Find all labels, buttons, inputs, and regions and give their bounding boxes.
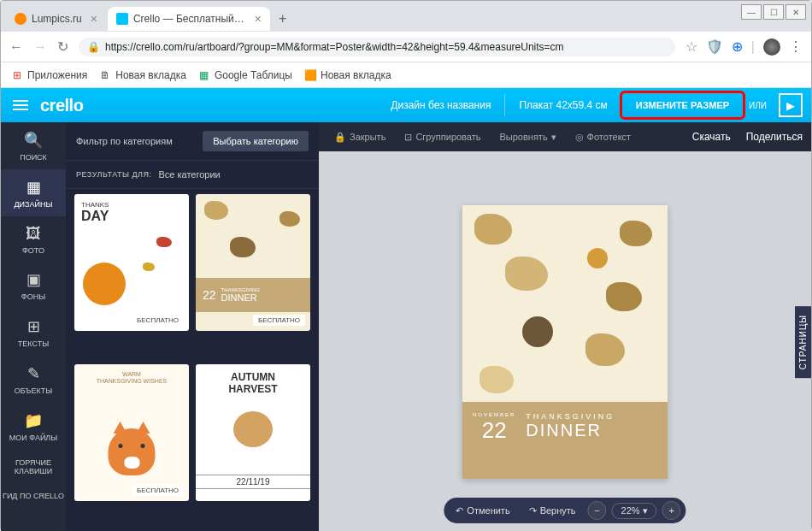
fox-icon: [109, 428, 156, 475]
address-bar: ← → ↻ 🔒 https://crello.com/ru/artboard/?…: [1, 32, 811, 62]
search-icon: 🔍: [3, 131, 64, 150]
text-icon: ⊞: [3, 317, 64, 336]
window-close[interactable]: ✕: [786, 4, 806, 20]
pumpkin-icon: [83, 263, 126, 305]
free-badge: БЕСПЛАТНО: [132, 315, 184, 326]
menu-icon[interactable]: ⋮: [789, 38, 803, 55]
reload-button[interactable]: ↻: [57, 38, 68, 55]
filter-row: Фильтр по категориям Выбрать категорию: [66, 122, 319, 161]
choose-category-button[interactable]: Выбрать категорию: [203, 131, 309, 151]
align-button[interactable]: Выровнять ▾: [492, 132, 562, 143]
extension-globe-icon[interactable]: ⊕: [732, 38, 743, 55]
group-button[interactable]: ⊡Сгруппировать: [397, 132, 487, 143]
template-card[interactable]: AUTUMNHARVEST 22/11/19: [196, 364, 310, 501]
bookmarks-bar: ⊞Приложения 🗎Новая вкладка ▦Google Табли…: [1, 62, 811, 88]
results-value: Все категории: [158, 169, 220, 180]
tab-crello[interactable]: Crello — Бесплатный инструмен ×: [108, 7, 270, 31]
window-minimize[interactable]: —: [741, 4, 762, 20]
undo-button[interactable]: ↶Отменить: [449, 504, 516, 518]
poster-title1: THANKSGIVING: [526, 412, 657, 421]
rail-backgrounds[interactable]: ▣ФОНЫ: [1, 262, 66, 309]
tab-label: Lumpics.ru: [32, 13, 82, 25]
resize-button[interactable]: ИЗМЕНИТЕ РАЗМЕР: [622, 88, 743, 122]
redo-icon: ↷: [529, 505, 537, 516]
tab-strip: Lumpics.ru × Crello — Бесплатный инструм…: [1, 1, 811, 32]
url-text: https://crello.com/ru/artboard/?group=MM…: [105, 41, 564, 53]
objects-icon: ✎: [3, 364, 64, 383]
window-controls: — ☐ ✕: [741, 4, 806, 20]
close-icon[interactable]: ×: [91, 12, 97, 26]
menu-button[interactable]: [9, 97, 32, 114]
poster-footer: NOVEMBER 22 THANKSGIVING DINNER: [462, 402, 668, 479]
extension-icon[interactable]: 🛡️: [706, 38, 723, 55]
toolbar-right: ☆ 🛡️ ⊕ | ⋮: [685, 38, 803, 56]
results-row: РЕЗУЛЬТАТЫ ДЛЯ: Все категории: [66, 161, 319, 189]
results-label: РЕЗУЛЬТАТЫ ДЛЯ:: [76, 170, 151, 179]
zoom-out-button[interactable]: −: [588, 501, 607, 520]
lock-icon: 🔒: [334, 132, 346, 143]
rail-texts[interactable]: ⊞ТЕКСТЫ: [1, 309, 66, 356]
new-tab-button[interactable]: +: [272, 8, 293, 30]
rail-photo[interactable]: 🖼ФОТО: [1, 216, 66, 263]
logo[interactable]: crello: [40, 96, 83, 115]
bookmark-item[interactable]: ▦Google Таблицы: [198, 69, 292, 81]
close-button[interactable]: 🔒Закрыть: [327, 132, 392, 143]
free-badge: БЕСПЛАТНО: [132, 485, 184, 496]
stage: 🔍ПОИСК ▦ДИЗАЙНЫ 🖼ФОТО ▣ФОНЫ ⊞ТЕКСТЫ ✎ОБЪ…: [1, 122, 811, 531]
zoom-in-button[interactable]: +: [662, 501, 681, 520]
poster-image: [462, 205, 668, 402]
template-card[interactable]: THANKSDAY БЕСПЛАТНО: [74, 194, 189, 331]
rail-myfiles[interactable]: 📁МОИ ФАЙЛЫ: [1, 403, 66, 450]
app-header: crello Дизайн без названия Плакат 42x59.…: [1, 88, 811, 122]
window-maximize[interactable]: ☐: [763, 4, 784, 20]
page-icon: 🟧: [304, 69, 316, 81]
share-button[interactable]: Поделиться: [746, 131, 803, 143]
template-card[interactable]: 22 THANKSGIVINGDINNER БЕСПЛАТНО: [196, 194, 310, 331]
poster-day: 22: [482, 417, 507, 444]
bottom-controls: ↶Отменить ↷Вернуть − 22% ▾ +: [444, 498, 685, 523]
profile-avatar[interactable]: [763, 38, 780, 56]
back-button[interactable]: ←: [9, 39, 23, 55]
canvas-view[interactable]: NOVEMBER 22 THANKSGIVING DINNER ↶Отменит…: [319, 151, 811, 531]
phototext-button[interactable]: ◎Фототекст: [568, 132, 638, 143]
templates-icon: ▦: [3, 178, 64, 197]
page-icon: 🗎: [99, 69, 111, 81]
rail-objects[interactable]: ✎ОБЪЕКТЫ: [1, 356, 66, 403]
folder-icon: 📁: [3, 411, 64, 430]
play-button[interactable]: ▶: [779, 93, 803, 117]
undo-icon: ↶: [456, 505, 463, 516]
template-card[interactable]: WARMTHANKSGIVING WISHES БЕСПЛАТНО: [74, 364, 189, 501]
download-button[interactable]: Скачать: [692, 131, 731, 143]
rail-designs[interactable]: ▦ДИЗАЙНЫ: [1, 169, 66, 216]
format-info[interactable]: Плакат 42x59.4 см: [505, 88, 621, 122]
lock-icon: 🔒: [87, 41, 100, 53]
design-title[interactable]: Дизайн без названия: [377, 88, 504, 122]
templates-grid: THANKSDAY БЕСПЛАТНО 22 THANKSGIVINGDINNE…: [66, 189, 319, 531]
redo-button[interactable]: ↷Вернуть: [522, 504, 583, 518]
apps-button[interactable]: ⊞Приложения: [11, 69, 87, 81]
close-icon[interactable]: ×: [255, 12, 262, 26]
chevron-down-icon: ▾: [551, 132, 556, 143]
zoom-level[interactable]: 22% ▾: [612, 503, 657, 519]
divider: |: [751, 39, 755, 55]
bookmark-star-icon[interactable]: ☆: [685, 38, 697, 55]
rail-search[interactable]: 🔍ПОИСК: [1, 122, 66, 169]
left-rail: 🔍ПОИСК ▦ДИЗАЙНЫ 🖼ФОТО ▣ФОНЫ ⊞ТЕКСТЫ ✎ОБЪ…: [1, 122, 66, 531]
url-field[interactable]: 🔒 https://crello.com/ru/artboard/?group=…: [79, 38, 675, 56]
minus-icon: −: [594, 505, 599, 516]
photo-icon: 🖼: [3, 225, 64, 243]
tab-lumpics[interactable]: Lumpics.ru ×: [6, 7, 106, 31]
rail-hotkeys[interactable]: ГОРЯЧИЕ КЛАВИШИ: [1, 450, 66, 484]
play-icon: ▶: [786, 99, 795, 112]
favicon-lumpics: [15, 13, 26, 25]
rail-guide[interactable]: ГИД ПО CRELLO: [1, 483, 66, 508]
bookmark-item[interactable]: 🟧Новая вкладка: [304, 69, 391, 81]
poster[interactable]: NOVEMBER 22 THANKSGIVING DINNER: [462, 205, 668, 479]
pages-tab[interactable]: СТРАНИЦЫ: [795, 305, 811, 377]
browser-window: — ☐ ✕ Lumpics.ru × Crello — Бесплатный и…: [0, 0, 812, 531]
group-icon: ⊡: [404, 132, 412, 143]
filter-label: Фильтр по категориям: [76, 136, 173, 146]
phototext-icon: ◎: [575, 132, 584, 143]
bookmark-item[interactable]: 🗎Новая вкладка: [99, 69, 186, 81]
forward-button[interactable]: →: [33, 39, 47, 55]
